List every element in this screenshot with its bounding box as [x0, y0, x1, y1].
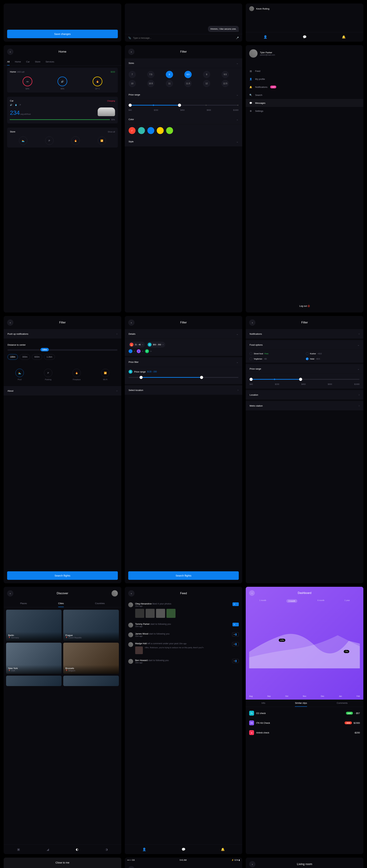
amen-fire[interactable]: 🔥 [73, 369, 81, 377]
back-button[interactable]: ‹ [7, 590, 13, 596]
pricefilter-section[interactable]: Price filter⌄ [125, 356, 243, 367]
back-button[interactable]: ‹ [7, 319, 13, 326]
nav-ic3[interactable]: ◐ [76, 847, 79, 851]
size-chip[interactable]: 12 [203, 80, 210, 87]
color-yellow[interactable] [157, 127, 164, 134]
dist-slider[interactable]: 120m [7, 349, 117, 351]
period[interactable]: 6 month [317, 599, 324, 603]
follow-button[interactable]: +👤 [232, 602, 239, 606]
city-card[interactable]: Brussels📍 Belgium [63, 643, 119, 674]
search-flights-button[interactable]: Search flights [7, 571, 118, 580]
period[interactable]: 3 month [286, 599, 298, 603]
filter-tag[interactable]: 🔥21 - 40× [129, 342, 145, 347]
food-opt[interactable]: Street foodFree [250, 352, 303, 355]
tab-car[interactable]: Car [26, 58, 30, 65]
dist-pill[interactable]: 1.2km [44, 354, 55, 360]
tag-dot[interactable]: P [145, 349, 149, 353]
push-section[interactable]: Push up notifications› [4, 329, 121, 339]
back-button[interactable]: ‹ [128, 319, 135, 326]
tab-info[interactable]: Info [261, 700, 265, 707]
nav-bell-icon[interactable]: 🔔 [221, 847, 225, 851]
ring-1[interactable]: ▭ [23, 76, 32, 86]
close-icon[interactable]: × [142, 344, 143, 346]
tab-countries[interactable]: Countries [95, 600, 105, 607]
photo-thumb[interactable] [135, 609, 144, 618]
style-section[interactable]: Style⌄ [125, 137, 243, 147]
size-chip[interactable]: 10.5 [147, 80, 154, 87]
back-button[interactable]: ‹ [249, 319, 255, 326]
nav-ic1[interactable]: ▣ [17, 847, 20, 851]
sizes-section[interactable]: Sizes⌄ [125, 58, 243, 68]
period[interactable]: 1 year [345, 599, 350, 603]
photo-thumb[interactable] [146, 609, 154, 618]
dist-pill[interactable]: 100m [7, 354, 18, 360]
mic-icon[interactable]: 🎤 [236, 37, 239, 39]
food-opt[interactable]: Kosher+$10 [306, 352, 360, 355]
save-button[interactable]: Save changes [7, 30, 118, 38]
amen-wifi[interactable]: 📶 [101, 369, 110, 377]
dist-pill[interactable]: 300m [20, 354, 30, 360]
size-chip[interactable]: 8.5 [185, 71, 192, 78]
tag-dot[interactable]: 👤 [137, 349, 141, 353]
tab-services[interactable]: Services [46, 58, 54, 65]
message-input[interactable] [133, 37, 234, 39]
store-ic-2[interactable]: P [45, 136, 54, 145]
color-teal[interactable] [138, 127, 145, 134]
color-green[interactable] [166, 127, 173, 134]
city-card[interactable] [6, 676, 61, 686]
logout-button[interactable]: Log out ⏻ [300, 305, 310, 307]
size-chip[interactable]: 7.5 [147, 71, 154, 78]
city-card[interactable]: Prague📍 Czech Republic [63, 610, 119, 641]
period[interactable]: 1 month [259, 599, 266, 603]
price-slider[interactable] [129, 105, 238, 105]
food-section[interactable]: Food options⌄ [246, 339, 363, 350]
metro-section[interactable]: Metro station› [246, 400, 363, 410]
back-button[interactable]: ‹ [128, 590, 135, 596]
filter-tag[interactable]: $$50 - 350× [147, 342, 165, 347]
selectloc-section[interactable]: Select location› [125, 384, 243, 395]
size-chip[interactable]: 11.5 [185, 80, 192, 87]
follow-button[interactable]: +👤 [232, 642, 239, 646]
close-icon[interactable]: × [150, 350, 152, 352]
close-icon[interactable]: × [163, 344, 164, 346]
city-card[interactable]: Berlin📍 Germany [6, 610, 61, 641]
back-button[interactable]: ‹ [128, 49, 135, 55]
photo-thumb[interactable] [156, 609, 165, 618]
nav-profile-icon[interactable]: 👤 [142, 847, 146, 851]
attach-icon[interactable]: 📎 [128, 37, 131, 39]
nav-ic2[interactable]: ◢ [47, 847, 49, 851]
size-chip[interactable]: 12.5 [222, 80, 229, 87]
follow-button[interactable]: +👤 [232, 632, 239, 637]
store-ic-1[interactable]: 🏊 [19, 136, 27, 145]
notif-section[interactable]: Notifications› [246, 329, 363, 339]
about-section[interactable]: About› [4, 385, 121, 396]
nav-bell-icon[interactable]: 🔔 [342, 35, 346, 39]
price-section[interactable]: Price range⌄ [246, 363, 363, 374]
color-section[interactable]: Color⌄ [125, 115, 243, 124]
photo-thumb[interactable] [167, 609, 175, 618]
size-chip[interactable]: 11 [166, 80, 173, 87]
size-chip[interactable]: 9.5 [222, 71, 229, 78]
tab-similar[interactable]: Similar clips [295, 700, 307, 707]
tag-dot[interactable]: 👤 [129, 349, 133, 353]
menu-messages[interactable]: 💬Messages [246, 99, 363, 107]
store-ic-4[interactable]: 📶 [98, 136, 106, 145]
amen-pool[interactable]: 🏊 [16, 369, 24, 377]
city-card[interactable] [63, 676, 119, 686]
tab-cities[interactable]: Cities [58, 600, 64, 607]
nav-ic4[interactable]: ◑ [105, 847, 108, 851]
tab-home[interactable]: Home [15, 58, 21, 65]
price-slider[interactable] [250, 379, 360, 380]
food-opt[interactable]: Vegiterian+$5 [250, 358, 303, 360]
size-chip[interactable]: 9 [203, 71, 210, 78]
close-icon[interactable]: × [134, 350, 135, 352]
dist-pill[interactable]: 600m [32, 354, 42, 360]
color-blue[interactable] [147, 127, 154, 134]
tab-all[interactable]: All [7, 58, 9, 65]
nav-chat-icon[interactable]: 💬 [181, 847, 186, 851]
nav-chat-icon[interactable]: 💬 [303, 35, 307, 39]
back-button[interactable]: ‹ [128, 866, 135, 868]
map[interactable]: Close to me 3 4 2 [4, 858, 121, 868]
location-section[interactable]: Location› [246, 389, 363, 400]
nav-profile-icon[interactable]: 👤 [263, 35, 267, 39]
